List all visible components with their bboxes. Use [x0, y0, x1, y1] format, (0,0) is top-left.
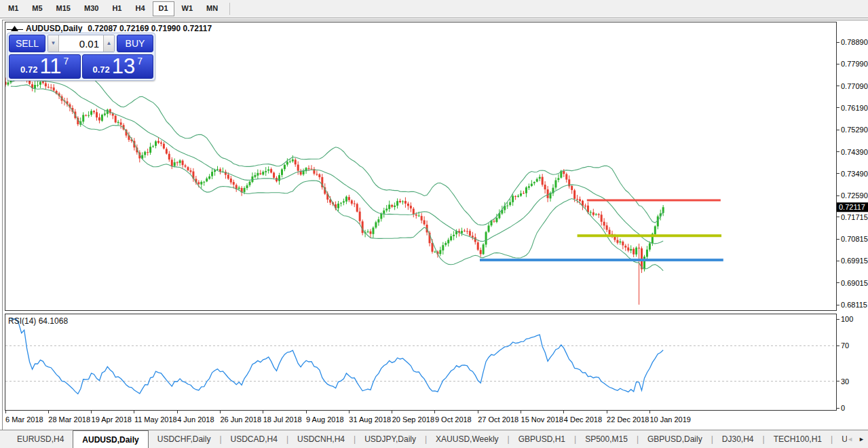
- svg-text:0.72117: 0.72117: [839, 203, 865, 211]
- chart-tab-dj30-h4[interactable]: DJ30,H4: [713, 430, 763, 448]
- time-axis-label: 28 Mar 2018: [48, 415, 90, 424]
- chart-title: AUDUSD,Daily 0.72087 0.72169 0.71990 0.7…: [7, 24, 212, 33]
- timeframe-button-d1[interactable]: D1: [153, 1, 174, 16]
- chart-tab-gbpusd-h1[interactable]: GBPUSD,H1: [510, 430, 574, 448]
- time-axis-label: 26 Jun 2018: [220, 415, 261, 424]
- time-axis-label: 15 Nov 2018: [521, 415, 563, 424]
- chart-tabs: EURUSD,H4AUDUSD,DailyUSDCHF,Daily|USDCAD…: [0, 430, 847, 448]
- time-axis-label: 6 Mar 2018: [5, 415, 43, 424]
- volume-increase-button[interactable]: ▲: [103, 35, 114, 52]
- timeframe-button-h4[interactable]: H4: [129, 1, 151, 16]
- volume-stepper: ▼ ▲: [48, 35, 115, 52]
- tab-scroll-arrows: ◄ ►: [847, 430, 868, 448]
- time-axis-label: 18 Jul 2018: [263, 415, 302, 424]
- time-axis-label: 20 Sep 2018: [392, 415, 434, 424]
- price-axis-label: 0.76190: [841, 104, 868, 112]
- timeframe-button-h1[interactable]: H1: [106, 1, 128, 16]
- mt4-terminal: { "toolbar":{ "timeframes":["M1","M5","M…: [0, 0, 868, 448]
- timeframe-button-w1[interactable]: W1: [176, 1, 200, 16]
- time-axis-label: 9 Oct 2018: [435, 415, 472, 424]
- price-axis-label: 0.74390: [841, 148, 868, 156]
- chart-tab-eurusd-h4[interactable]: EURUSD,H4: [8, 430, 73, 448]
- timeframe-button-mn[interactable]: MN: [200, 1, 224, 16]
- price-axis-label: 0.68115: [841, 301, 867, 309]
- chart-tab-usdjpy-daily[interactable]: USDJPY,Daily: [356, 430, 425, 448]
- chart-tab-audusd-daily[interactable]: AUDUSD,Daily: [73, 430, 148, 448]
- rsi-axis-label: 30: [841, 377, 849, 386]
- sell-price-prefix: 0.72: [20, 64, 37, 75]
- chart-tab-usdcnh-h4[interactable]: USDCNH,H4: [288, 430, 354, 448]
- sell-price-button[interactable]: 0.72 11 7: [9, 54, 81, 79]
- price-axis-label: 0.69015: [841, 279, 868, 287]
- timeframe-button-m15[interactable]: M15: [50, 1, 77, 16]
- time-axis-label: 4 Jun 2018: [177, 415, 214, 424]
- price-axis-label: 0.69915: [841, 257, 868, 265]
- chart-tabs-bar: EURUSD,H4AUDUSD,DailyUSDCHF,Daily|USDCAD…: [0, 430, 868, 448]
- time-axis-label: 22 Dec 2018: [607, 415, 649, 424]
- time-axis-label: 19 Apr 2018: [92, 415, 132, 424]
- rsi-indicator-label: RSI(14) 64.1068: [8, 316, 68, 326]
- scroll-left-icon[interactable]: ◄: [847, 436, 853, 443]
- price-axis-label: 0.73490: [841, 170, 868, 178]
- time-axis-label: 11 May 2018: [134, 415, 177, 424]
- rsi-axis-label: 70: [841, 341, 849, 350]
- sell-button[interactable]: SELL: [9, 35, 45, 52]
- time-axis-label: 10 Jan 2019: [649, 415, 691, 424]
- one-click-trading-panel: SELL ▼ ▲ BUY 0.72 11 7 0.72 13 7: [7, 33, 155, 81]
- volume-decrease-button[interactable]: ▼: [48, 35, 59, 52]
- chart-tab-usdcad-h4[interactable]: USDCAD,H4: [222, 430, 286, 448]
- chart-ohlc-values: 0.72087 0.72169 0.71990 0.72117: [88, 24, 212, 33]
- time-axis-label: 31 Aug 2018: [349, 415, 391, 424]
- price-axis-label: 0.77990: [841, 60, 868, 68]
- current-price-tag: 0.72117: [837, 202, 868, 212]
- price-axis-label: 0.75290: [841, 126, 868, 134]
- timeframe-button-m5[interactable]: M5: [26, 1, 48, 16]
- timeframe-toolbar: M1M5M15M30H1H4D1W1MN: [0, 0, 868, 18]
- price-axis[interactable]: 0.788900.779900.770900.761900.752900.743…: [836, 38, 868, 309]
- chart-tab-xauusd-weekly[interactable]: XAUUSD,Weekly: [427, 430, 507, 448]
- scroll-right-icon[interactable]: ►: [858, 436, 865, 443]
- toolbar-separator: [229, 3, 230, 15]
- buy-price-big: 13: [112, 56, 135, 77]
- time-axis[interactable]: 6 Mar 201828 Mar 201819 Apr 201811 May 2…: [5, 411, 691, 424]
- buy-button[interactable]: BUY: [117, 35, 153, 52]
- rsi-axis-label: 0: [841, 404, 845, 412]
- chart-symbol-label: AUDUSD,Daily: [26, 24, 82, 33]
- collapse-arrow-icon[interactable]: [7, 25, 23, 32]
- chart-tab-sp500-m15[interactable]: SP500,M15: [576, 430, 637, 448]
- chart-tab-ukoil-h1[interactable]: UKOil,H1: [833, 430, 847, 448]
- sell-price-pip: 7: [64, 56, 69, 67]
- buy-price-pip: 7: [137, 56, 143, 67]
- volume-input[interactable]: [59, 35, 103, 52]
- buy-price-prefix: 0.72: [92, 64, 109, 75]
- time-axis-label: 4 Dec 2018: [564, 415, 602, 424]
- timeframe-button-m30[interactable]: M30: [78, 1, 105, 16]
- price-axis-label: 0.77090: [841, 82, 868, 90]
- price-axis-label: 0.78890: [841, 38, 868, 46]
- time-axis-label: 27 Oct 2018: [478, 415, 518, 424]
- buy-price-button[interactable]: 0.72 13 7: [82, 54, 154, 79]
- price-axis-label: 0.70815: [841, 235, 868, 243]
- time-axis-label: 9 Aug 2018: [306, 415, 344, 424]
- sell-price-big: 11: [39, 56, 61, 77]
- price-axis-label: 0.72590: [841, 191, 868, 200]
- price-axis-label: 0.71715: [841, 213, 868, 221]
- chart-tab-tech100-h1[interactable]: TECH100,H1: [765, 430, 831, 448]
- chart-tab-gbpusd-daily[interactable]: GBPUSD,Daily: [639, 430, 711, 448]
- rsi-axis[interactable]: 10070300: [836, 315, 853, 412]
- timeframe-button-m1[interactable]: M1: [2, 1, 24, 16]
- chart-tab-usdchf-daily[interactable]: USDCHF,Daily: [149, 430, 220, 448]
- rsi-axis-label: 100: [841, 315, 853, 323]
